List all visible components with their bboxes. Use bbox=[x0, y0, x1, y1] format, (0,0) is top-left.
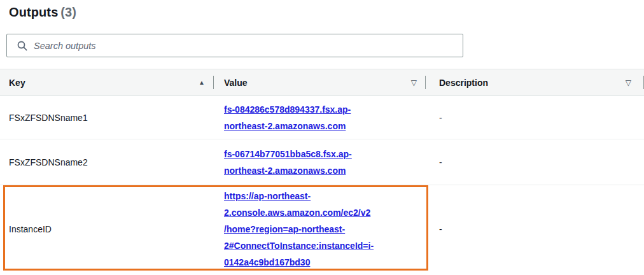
output-value-link[interactable]: https://ap-northeast- 2.console.aws.amaz… bbox=[224, 188, 374, 271]
outputs-title: Outputs bbox=[9, 5, 58, 19]
table-row: InstanceID https://ap-northeast- 2.conso… bbox=[0, 185, 644, 273]
sort-unsorted-icon[interactable]: ▽ bbox=[411, 79, 417, 87]
sort-unsorted-icon[interactable]: ▽ bbox=[626, 79, 631, 87]
search-icon bbox=[17, 41, 27, 51]
page-title: Outputs(3) bbox=[9, 5, 76, 20]
output-description: - bbox=[426, 96, 644, 139]
output-description: - bbox=[426, 185, 644, 273]
output-description: - bbox=[426, 139, 644, 185]
outputs-count: (3) bbox=[60, 5, 76, 19]
column-header-description[interactable]: Description ▽ bbox=[426, 69, 644, 96]
outputs-panel: Outputs(3) Key ▲ Value bbox=[0, 0, 644, 275]
output-value-link[interactable]: fs-06714b77051bba5c8.fsx.ap- northeast-2… bbox=[224, 146, 352, 179]
column-header-value[interactable]: Value ▽ bbox=[214, 69, 426, 96]
sort-ascending-icon[interactable]: ▲ bbox=[199, 80, 205, 86]
table-row: FSxZFSDNSname2 fs-06714b77051bba5c8.fsx.… bbox=[0, 139, 644, 185]
output-key: FSxZFSDNSname2 bbox=[0, 139, 214, 185]
table-row: FSxZFSDNSname1 fs-084286c578d894337.fsx.… bbox=[0, 96, 644, 139]
output-key: FSxZFSDNSname1 bbox=[0, 96, 214, 139]
search-input[interactable] bbox=[32, 40, 456, 52]
column-label-description: Description bbox=[439, 78, 488, 88]
column-header-key[interactable]: Key ▲ bbox=[0, 69, 214, 96]
output-key: InstanceID bbox=[0, 185, 214, 273]
column-label-value: Value bbox=[224, 78, 248, 88]
search-box[interactable] bbox=[6, 34, 463, 57]
column-label-key: Key bbox=[9, 78, 25, 88]
table-header-row: Key ▲ Value ▽ Description ▽ bbox=[0, 69, 644, 96]
output-value-link[interactable]: fs-084286c578d894337.fsx.ap- northeast-2… bbox=[224, 101, 351, 134]
outputs-table: Key ▲ Value ▽ Description ▽ bbox=[0, 69, 644, 273]
